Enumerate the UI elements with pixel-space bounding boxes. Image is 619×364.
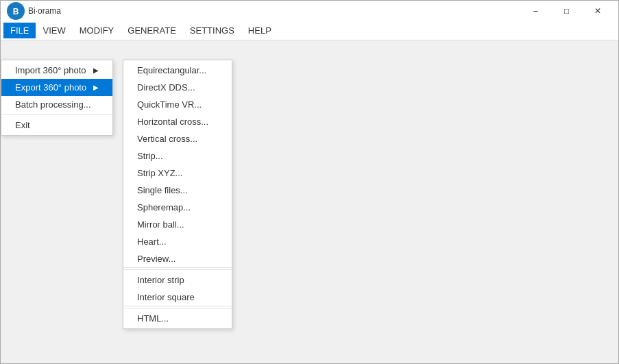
title-bar: B Bi·orama – □ ✕ — [1, 1, 618, 21]
svg-text:B: B — [13, 7, 19, 16]
arrow-icon: ▶ — [93, 66, 99, 74]
menu-exit[interactable]: Exit — [1, 117, 112, 134]
menu-horiz-cross[interactable]: Horizontal cross... — [123, 113, 232, 130]
arrow-icon: ▶ — [93, 84, 99, 91]
menu-item-file[interactable]: FILE — [3, 23, 36, 38]
menu-batch[interactable]: Batch processing... — [1, 96, 112, 113]
menu-directx[interactable]: DirectX DDS... — [123, 79, 232, 96]
separator-1 — [123, 269, 232, 270]
menu-strip[interactable]: Strip... — [123, 147, 232, 165]
menu-item-settings[interactable]: SETTINGS — [183, 23, 241, 38]
menu-mirror-ball[interactable]: Mirror ball... — [123, 216, 232, 233]
logo-area: B — [6, 1, 28, 21]
menu-preview[interactable]: Preview... — [123, 250, 232, 268]
menu-import-360[interactable]: Import 360° photo ▶ — [1, 62, 112, 79]
menu-vert-cross[interactable]: Vertical cross... — [123, 130, 232, 147]
separator — [1, 114, 112, 115]
menu-export-360[interactable]: Export 360° photo ▶ — [1, 79, 112, 96]
menu-item-generate[interactable]: GENERATE — [121, 23, 183, 38]
minimize-button[interactable]: – — [520, 1, 551, 21]
menu-interior-strip[interactable]: Interior strip — [123, 271, 232, 289]
separator-2 — [123, 308, 232, 308]
maximize-button[interactable]: □ — [551, 1, 582, 21]
file-dropdown: Import 360° photo ▶ Export 360° photo ▶ … — [1, 60, 113, 136]
menu-equirect[interactable]: Equirectangular... — [123, 62, 232, 79]
window-title: Bi·orama — [28, 6, 520, 16]
menu-item-modify[interactable]: MODIFY — [73, 23, 121, 38]
main-window: B Bi·orama – □ ✕ FILE VIEW MODIFY GENERA… — [0, 0, 619, 364]
close-button[interactable]: ✕ — [582, 1, 613, 21]
app-logo: B — [6, 1, 25, 21]
menu-interior-square[interactable]: Interior square — [123, 289, 232, 306]
menu-single-files[interactable]: Single files... — [123, 182, 232, 199]
menu-quicktime[interactable]: QuickTime VR... — [123, 96, 232, 113]
menu-item-help[interactable]: HELP — [241, 23, 278, 38]
export-dropdown: Equirectangular... DirectX DDS... QuickT… — [123, 60, 232, 329]
menu-item-view[interactable]: VIEW — [36, 23, 72, 38]
menu-spheremap[interactable]: Spheremap... — [123, 199, 232, 216]
window-controls: – □ ✕ — [520, 1, 613, 21]
menu-strip-xyz[interactable]: Strip XYZ... — [123, 165, 232, 182]
menu-html[interactable]: HTML... — [123, 310, 232, 327]
main-content: Import 360° photo ▶ Export 360° photo ▶ … — [1, 40, 618, 363]
menu-heart[interactable]: Heart... — [123, 233, 232, 250]
menu-bar: FILE VIEW MODIFY GENERATE SETTINGS HELP — [1, 21, 618, 40]
